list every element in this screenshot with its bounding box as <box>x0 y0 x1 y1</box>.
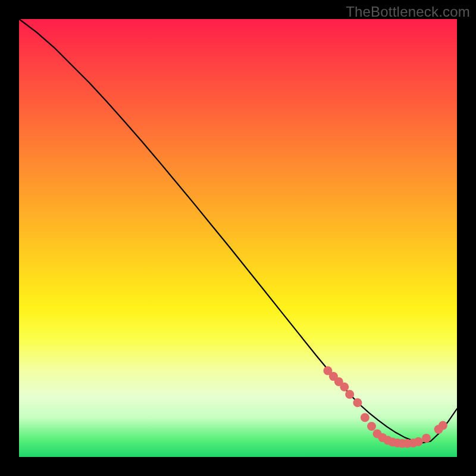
curve-svg <box>19 19 457 457</box>
data-point <box>422 434 431 443</box>
data-point <box>414 437 423 446</box>
data-point <box>353 398 362 407</box>
plot-area <box>19 19 457 457</box>
chart-frame: TheBottleneck.com <box>0 0 476 476</box>
data-point <box>361 413 369 422</box>
bottleneck-curve <box>19 19 457 443</box>
data-point <box>439 421 447 430</box>
watermark-text: TheBottleneck.com <box>346 4 470 20</box>
data-point <box>345 390 354 399</box>
data-point <box>340 383 349 392</box>
data-point <box>367 422 376 431</box>
data-points-group <box>323 367 447 448</box>
